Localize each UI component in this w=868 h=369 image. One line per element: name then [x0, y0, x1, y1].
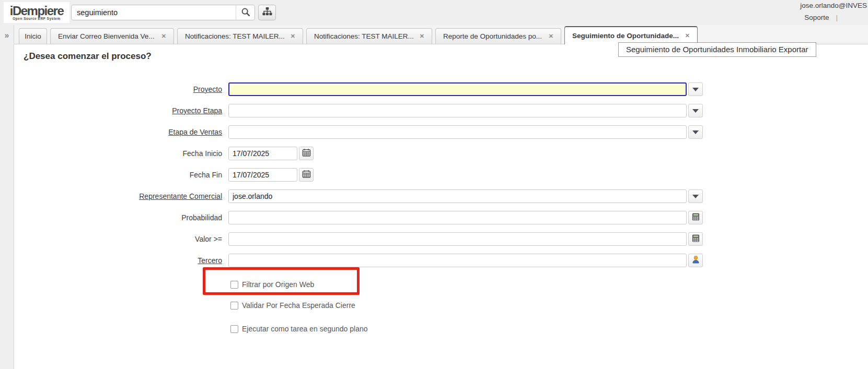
close-icon[interactable]: ✕ [291, 33, 295, 39]
probabilidad-calculator-button[interactable] [688, 211, 703, 224]
idempiere-logo: iDempiere Open Source ERP System [4, 2, 70, 23]
fecha-inicio-input[interactable] [228, 147, 297, 160]
valor-input[interactable] [228, 232, 687, 246]
chevron-down-icon [692, 88, 699, 91]
chevron-down-icon [692, 130, 699, 134]
process-dialog: ¿Desea comenzar el proceso? Proyecto Pro… [14, 44, 868, 369]
close-icon[interactable]: ✕ [549, 33, 553, 39]
tab-tooltip: Seguimiento de Oportunidades Inmobiliari… [618, 42, 816, 57]
fecha-fin-label: Fecha Fin [14, 171, 228, 179]
representante-dropdown-button[interactable] [688, 189, 703, 203]
probabilidad-label: Probabilidad [14, 213, 228, 222]
logo-title: iDempiere [10, 5, 64, 17]
tercero-label[interactable]: Tercero [14, 256, 228, 265]
checkbox-label: Filtrar por Origen Web [242, 280, 314, 289]
fecha-fin-calendar-button[interactable] [299, 168, 314, 182]
field-row-proyecto-etapa: Proyecto Etapa [14, 104, 703, 117]
search-button[interactable] [236, 5, 254, 20]
tab-notificaciones-2[interactable]: Notificaciones: TEST MAILER... ✕ [306, 28, 432, 44]
calculator-icon [691, 212, 700, 223]
etapa-ventas-input[interactable] [228, 125, 687, 139]
checkbox-row-ejecutar-segundo-plano[interactable]: Ejecutar como tarea en segundo plano [230, 325, 368, 333]
calculator-icon [691, 234, 700, 244]
filtrar-origen-web-checkbox[interactable] [230, 281, 238, 289]
support-link[interactable]: Soporte [804, 14, 829, 21]
calendar-icon [302, 148, 311, 159]
chevron-down-icon [692, 195, 699, 198]
tab-notificaciones-1[interactable]: Notificaciones: TEST MAILER... ✕ [177, 28, 303, 44]
tab-label: Notificaciones: TEST MAILER... [185, 32, 285, 40]
menu-lookup-button[interactable] [258, 5, 276, 20]
search-input[interactable] [72, 5, 236, 20]
tab-label: Notificaciones: TEST MAILER... [314, 32, 414, 40]
field-row-probabilidad: Probabilidad [14, 211, 703, 224]
field-row-fecha-fin: Fecha Fin [14, 168, 703, 182]
sitemap-icon [262, 7, 272, 18]
calendar-icon [302, 170, 311, 180]
process-question: ¿Desea comenzar el proceso? [24, 51, 152, 62]
checkbox-row-filtrar-origen-web[interactable]: Filtrar por Origen Web [230, 280, 314, 289]
probabilidad-input[interactable] [228, 211, 687, 224]
checkbox-row-validar-fecha[interactable]: Validar Por Fecha Esperada Cierre [230, 301, 355, 310]
business-partner-icon [691, 255, 700, 266]
tab-label: Seguimiento de Oportunidade... [572, 32, 679, 40]
tercero-bpartner-button[interactable] [688, 254, 703, 267]
tab-label: Inicio [25, 32, 41, 40]
proyecto-etapa-dropdown-button[interactable] [688, 104, 703, 117]
global-search [71, 5, 255, 20]
checkbox-label: Ejecutar como tarea en segundo plano [242, 325, 368, 333]
field-row-representante: Representante Comercial [14, 189, 703, 203]
sidebar-expand-button[interactable]: » [0, 31, 14, 40]
checkbox-label: Validar Por Fecha Esperada Cierre [242, 301, 355, 310]
proyecto-etapa-label[interactable]: Proyecto Etapa [14, 106, 228, 115]
logo-subtitle: Open Source ERP System [13, 17, 60, 20]
valor-label: Valor >= [14, 235, 228, 243]
app-header: iDempiere Open Source ERP System jose. [0, 0, 868, 25]
logged-user-label: jose.orlando@INVES [800, 2, 867, 9]
representante-input[interactable] [228, 189, 687, 203]
tercero-input[interactable] [228, 254, 687, 267]
fecha-fin-input[interactable] [228, 168, 297, 182]
tab-inicio[interactable]: Inicio [19, 28, 47, 44]
field-row-etapa-ventas: Etapa de Ventas [14, 125, 703, 139]
fecha-inicio-label: Fecha Inicio [14, 149, 228, 158]
proyecto-label[interactable]: Proyecto [14, 85, 228, 93]
tab-reporte-oportunidades[interactable]: Reporte de Oportunidades po... ✕ [435, 28, 561, 44]
fecha-inicio-calendar-button[interactable] [299, 147, 314, 160]
search-icon [241, 7, 250, 18]
proyecto-input[interactable] [228, 82, 687, 96]
close-icon[interactable]: ✕ [685, 33, 690, 39]
close-icon[interactable]: ✕ [420, 33, 424, 39]
close-icon[interactable]: ✕ [161, 33, 166, 39]
window-tabstrip: Inicio Enviar Correo Bienvenida Ve... ✕ … [0, 25, 868, 44]
tab-seguimiento-oportunidades[interactable]: Seguimiento de Oportunidade... ✕ [564, 26, 698, 44]
proyecto-dropdown-button[interactable] [688, 82, 703, 96]
valor-calculator-button[interactable] [688, 232, 703, 246]
chevron-down-icon [692, 109, 699, 113]
process-parameter-form: Proyecto Proyecto Etapa Etapa de Ventas [14, 82, 703, 275]
etapa-ventas-dropdown-button[interactable] [688, 125, 703, 139]
tab-label: Reporte de Oportunidades po... [443, 32, 542, 40]
field-row-proyecto: Proyecto [14, 82, 703, 96]
etapa-ventas-label[interactable]: Etapa de Ventas [14, 128, 228, 136]
field-row-valor: Valor >= [14, 232, 703, 246]
ejecutar-segundo-plano-checkbox[interactable] [230, 325, 238, 333]
field-row-fecha-inicio: Fecha Inicio [14, 147, 703, 160]
field-row-tercero: Tercero [14, 254, 703, 267]
collapsed-sidebar: » [0, 25, 14, 369]
tab-label: Enviar Correo Bienvenida Ve... [58, 32, 155, 40]
tab-enviar-correo[interactable]: Enviar Correo Bienvenida Ve... ✕ [50, 28, 174, 44]
header-separator: | [836, 14, 838, 21]
representante-label[interactable]: Representante Comercial [14, 192, 228, 200]
validar-fecha-cierre-checkbox[interactable] [230, 302, 238, 310]
proyecto-etapa-input[interactable] [228, 104, 687, 117]
